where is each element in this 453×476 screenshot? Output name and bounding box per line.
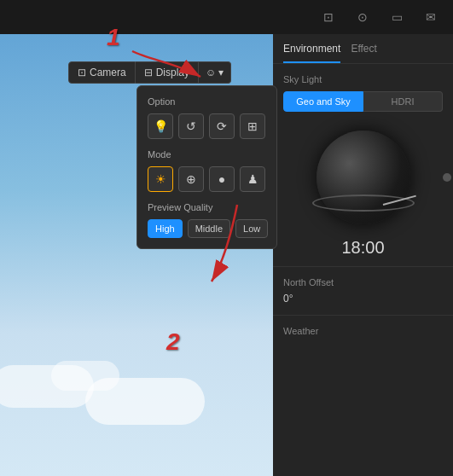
camera-button[interactable]: ⊡ Camera <box>68 61 136 84</box>
weather-label: Weather <box>273 319 453 343</box>
quality-low-button[interactable]: Low <box>235 219 268 238</box>
right-panel: ⊡ ⊙ ▭ ✉ Environment Effect Sky Light Geo… <box>273 0 453 476</box>
quality-middle-button[interactable]: Middle <box>188 219 230 238</box>
dropdown-arrow: ▾ <box>218 67 224 78</box>
sphere-ring <box>312 194 415 212</box>
annotation-1: 1 <box>107 24 120 51</box>
camera-icon: ⊡ <box>78 67 86 78</box>
mode-icons-row: ☀ ⊕ ● ♟ <box>148 166 266 192</box>
option-icon-3[interactable]: ⟳ <box>209 113 235 139</box>
mode-globe-button[interactable]: ⊕ <box>178 166 204 192</box>
quality-high-button[interactable]: High <box>148 219 183 238</box>
quality-buttons-row: High Middle Low <box>148 219 266 238</box>
person-button[interactable]: ☺ ▾ <box>199 61 231 84</box>
option-icon-2[interactable]: ↺ <box>178 113 204 139</box>
left-top-bar <box>0 0 273 34</box>
sky-light-label: Sky Light <box>273 74 453 91</box>
sphere-visualization <box>273 122 453 233</box>
display-button[interactable]: ⊟ Display <box>136 61 199 84</box>
mode-sun-button[interactable]: ☀ <box>148 166 173 192</box>
toolbar-video-icon[interactable]: ▭ <box>381 2 412 32</box>
toolbar-photo-icon[interactable]: ⊙ <box>347 2 378 32</box>
person-icon: ☺ <box>206 67 216 78</box>
north-offset-label: North Offset <box>273 270 453 291</box>
camera-label: Camera <box>90 67 126 78</box>
divider-2 <box>273 315 453 316</box>
cloud-3 <box>85 378 205 425</box>
toolbar-camera-icon[interactable]: ⊡ <box>313 2 344 32</box>
geo-and-sky-button[interactable]: Geo and Sky <box>283 91 363 112</box>
tab-effect[interactable]: Effect <box>351 43 376 63</box>
option-section-label: Option <box>148 96 266 107</box>
display-icon: ⊟ <box>144 67 153 78</box>
environment-tabs: Environment Effect <box>273 34 453 64</box>
hdri-button[interactable]: HDRI <box>363 91 443 112</box>
cam-display-bar: ⊡ Camera ⊟ Display ☺ ▾ <box>68 61 231 84</box>
sphere-handle[interactable] <box>443 173 451 182</box>
tab-environment[interactable]: Environment <box>283 43 340 63</box>
mode-circle-button[interactable]: ● <box>209 166 235 192</box>
option-icon-4[interactable]: ⊞ <box>240 113 265 139</box>
annotation-2: 2 <box>166 328 180 356</box>
mode-section-label: Mode <box>148 149 266 160</box>
display-dropdown-panel: Option 💡 ↺ ⟳ ⊞ Mode ☀ ⊕ ● ♟ Preview Qual… <box>136 85 277 249</box>
time-display: 18:00 <box>273 233 453 263</box>
option-icons-row: 💡 ↺ ⟳ ⊞ <box>148 113 266 139</box>
toolbar-message-icon[interactable]: ✉ <box>415 2 446 32</box>
option-icon-1[interactable]: 💡 <box>148 113 173 139</box>
north-offset-value: 0° <box>273 291 453 311</box>
preview-quality-label: Preview Quality <box>148 202 266 212</box>
display-label: Display <box>156 67 189 78</box>
mode-person-button[interactable]: ♟ <box>240 166 265 192</box>
sky-mode-buttons: Geo and Sky HDRI <box>273 91 453 122</box>
divider-1 <box>273 266 453 267</box>
